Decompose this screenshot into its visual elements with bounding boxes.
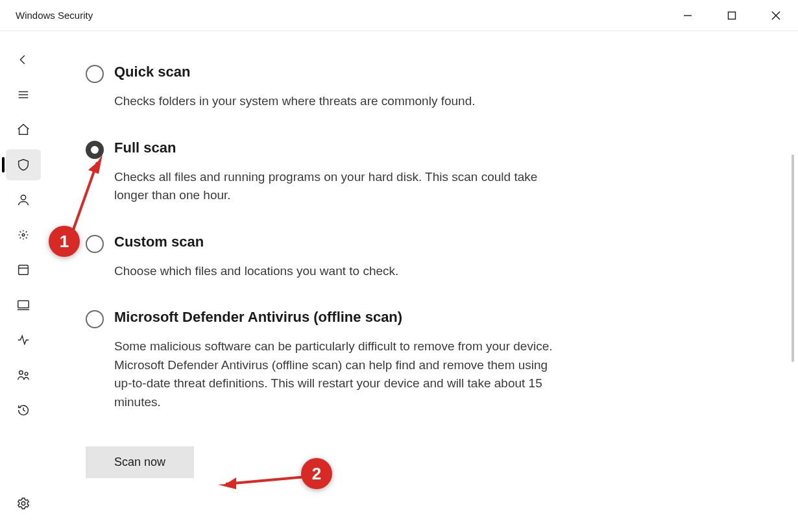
annotation-arrow-2 — [214, 467, 308, 493]
history-icon[interactable] — [6, 394, 41, 426]
svg-rect-11 — [18, 301, 29, 308]
minimize-button[interactable] — [666, 0, 710, 30]
annotation-badge-2: 2 — [301, 458, 332, 489]
scan-now-button[interactable]: Scan now — [86, 446, 194, 478]
home-icon[interactable] — [6, 114, 41, 145]
option-label: Quick scan — [114, 64, 476, 80]
option-custom-scan[interactable]: Custom scan Choose which files and locat… — [86, 234, 759, 281]
scrollbar-thumb[interactable] — [792, 154, 794, 362]
shield-icon[interactable] — [6, 149, 41, 180]
option-label: Custom scan — [114, 234, 398, 250]
account-icon[interactable] — [6, 184, 41, 215]
svg-rect-9 — [19, 265, 29, 275]
svg-line-18 — [226, 477, 305, 484]
annotation-badge-1: 1 — [49, 226, 80, 257]
option-label: Full scan — [114, 139, 568, 156]
radio-quick-scan[interactable] — [86, 65, 104, 83]
svg-point-13 — [19, 371, 23, 375]
option-desc: Choose which files and locations you wan… — [114, 262, 398, 281]
firewall-icon[interactable] — [6, 219, 41, 250]
svg-marker-19 — [218, 478, 236, 489]
svg-rect-1 — [729, 12, 736, 19]
device-icon[interactable] — [6, 289, 41, 320]
option-offline-scan[interactable]: Microsoft Defender Antivirus (offline sc… — [86, 309, 759, 411]
family-icon[interactable] — [6, 359, 41, 391]
svg-point-14 — [25, 372, 28, 376]
titlebar: Windows Security — [0, 0, 798, 31]
svg-point-8 — [22, 234, 25, 236]
settings-icon[interactable] — [6, 488, 41, 519]
back-button[interactable] — [6, 44, 41, 75]
option-desc: Some malicious software can be particula… — [114, 337, 568, 411]
window-title: Windows Security — [16, 10, 93, 21]
option-full-scan[interactable]: Full scan Checks all files and running p… — [86, 139, 759, 205]
svg-line-16 — [70, 162, 97, 239]
performance-icon[interactable] — [6, 324, 41, 356]
svg-point-15 — [21, 502, 25, 505]
svg-point-7 — [21, 195, 25, 200]
radio-offline-scan[interactable] — [86, 310, 104, 328]
option-desc: Checks all files and running programs on… — [114, 168, 568, 205]
menu-button[interactable] — [6, 79, 41, 110]
close-button[interactable] — [754, 0, 798, 30]
app-control-icon[interactable] — [6, 254, 41, 285]
scan-options-panel: Quick scan Checks folders in your system… — [47, 31, 798, 532]
option-desc: Checks folders in your system where thre… — [114, 92, 476, 111]
sidebar — [0, 31, 47, 532]
maximize-button[interactable] — [710, 0, 754, 30]
option-quick-scan[interactable]: Quick scan Checks folders in your system… — [86, 64, 759, 111]
svg-marker-17 — [88, 154, 103, 174]
option-label: Microsoft Defender Antivirus (offline sc… — [114, 309, 568, 326]
